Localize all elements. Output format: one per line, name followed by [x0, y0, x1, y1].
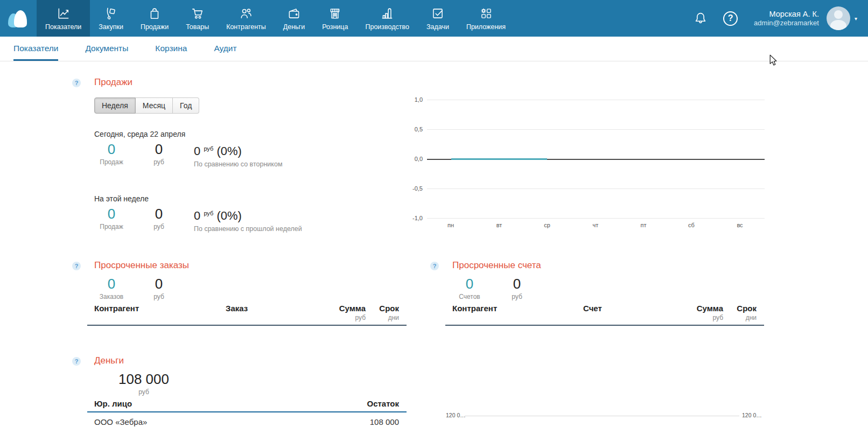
- tab-audit[interactable]: Аудит: [214, 37, 236, 61]
- tab-indicators[interactable]: Показатели: [13, 37, 58, 61]
- stat-orders-count: 0 Заказов: [94, 276, 129, 300]
- nav-item-tasks[interactable]: Задачи: [418, 0, 458, 37]
- user-account: admin@zebramarket: [754, 19, 819, 27]
- wallet-icon: [287, 6, 301, 20]
- entity-name: ООО «Зебра»: [94, 417, 370, 426]
- stat-week-count: 0 Продаж: [94, 206, 129, 230]
- tab-documents[interactable]: Документы: [85, 37, 128, 61]
- sales-section-title[interactable]: Продажи: [94, 77, 132, 88]
- stat-week-amount: 0 руб: [142, 206, 176, 230]
- overdue-invoices-title[interactable]: Просроченные счета: [452, 260, 541, 271]
- topbar: Показатели Закупки Продажи: [0, 0, 868, 37]
- gridline: [427, 129, 765, 130]
- user-name: Морская А. К.: [754, 9, 819, 19]
- tabbar: Показатели Документы Корзина Аудит: [0, 37, 868, 61]
- tab-recycle-bin[interactable]: Корзина: [155, 37, 187, 61]
- nav-item-goods[interactable]: Товары: [177, 0, 218, 37]
- stat-orders-amount: 0 руб: [142, 276, 176, 300]
- money-help-icon[interactable]: ?: [72, 357, 81, 366]
- nav-item-retail[interactable]: Розница: [313, 0, 356, 37]
- overdue-orders-title[interactable]: Просроченные заказы: [94, 260, 189, 271]
- col-counterparty: Контрагент: [452, 304, 583, 313]
- nav-item-money[interactable]: Деньги: [275, 0, 313, 37]
- col-term: Срок дни: [366, 304, 399, 321]
- stat-sales-amount: 0 руб: [142, 142, 176, 166]
- overdue-invoices-table: Контрагент Счет Сумма руб Срок дни: [445, 304, 764, 326]
- user-menu[interactable]: Морская А. К. admin@zebramarket: [754, 9, 819, 27]
- col-legal-entity: Юр. лицо: [94, 399, 367, 408]
- gridline: [427, 188, 765, 189]
- avatar[interactable]: [827, 6, 850, 30]
- gridline: [465, 416, 739, 416]
- people-icon: [239, 6, 253, 20]
- shopping-cart-icon: [191, 6, 205, 20]
- stat-invoices-amount: 0 руб: [500, 276, 534, 300]
- period-year-button[interactable]: Год: [173, 97, 199, 114]
- col-sum: Сумма руб: [680, 304, 723, 321]
- sales-week-heading: На этой неделе: [94, 194, 149, 203]
- nav-item-label: Закупки: [99, 23, 123, 31]
- nav-item-label: Товары: [186, 23, 209, 31]
- nav-item-label: Продажи: [141, 23, 169, 31]
- nav-item-label: Производство: [365, 23, 409, 31]
- shopping-bag-icon: [148, 6, 162, 20]
- sales-week-stats: 0 Продаж 0 руб 0 руб (0%) По сравнению с…: [94, 206, 302, 233]
- nav-item-indicators[interactable]: Показатели: [37, 0, 90, 37]
- money-table: Юр. лицо Остаток ООО «Зебра» 108 000: [87, 399, 407, 426]
- table-row[interactable]: ООО «Зебра» 108 000: [87, 412, 407, 426]
- period-month-button[interactable]: Месяц: [136, 97, 173, 114]
- sales-help-icon[interactable]: ?: [72, 79, 81, 87]
- hand-truck-icon: [104, 6, 118, 20]
- sales-period-switch: Неделя Месяц Год: [94, 97, 199, 114]
- overdue-invoices-stats: 0 Счетов 0 руб: [452, 276, 534, 300]
- chart-line-icon: [57, 6, 71, 20]
- table-header-rule: [445, 325, 764, 326]
- nav-item-label: Розница: [322, 23, 348, 31]
- nav-item-label: Деньги: [283, 23, 305, 31]
- checkbox-check-icon: [431, 6, 445, 20]
- nav-item-sales[interactable]: Продажи: [132, 0, 177, 37]
- nav-item-label: Задачи: [426, 23, 449, 31]
- notifications-bell-icon[interactable]: [693, 11, 708, 26]
- nav-item-production[interactable]: Производство: [356, 0, 418, 37]
- dashboard: ? Продажи Неделя Месяц Год Сегодня, сред…: [0, 62, 868, 434]
- sales-today-heading: Сегодня, среда 22 апреля: [94, 130, 185, 138]
- mouse-cursor: [769, 54, 778, 66]
- overdue-invoices-help-icon[interactable]: ?: [430, 262, 439, 270]
- col-balance: Остаток: [367, 399, 399, 408]
- table-header-rule: [87, 325, 407, 326]
- bar-chart-icon: [380, 6, 394, 20]
- main-nav: Показатели Закупки Продажи: [37, 0, 514, 37]
- sales-today-stats: 0 Продаж 0 руб 0 руб (0%) По сравнению с…: [94, 142, 283, 168]
- nav-item-counterparties[interactable]: Контрагенты: [218, 0, 275, 37]
- current-week-series-line: [451, 158, 547, 160]
- nav-item-apps[interactable]: Приложения: [458, 0, 514, 37]
- storefront-icon: [328, 6, 342, 20]
- logo-peak-right-icon: [14, 10, 27, 27]
- chevron-down-icon[interactable]: ▾: [855, 16, 857, 22]
- help-question-icon[interactable]: ?: [723, 11, 738, 26]
- col-counterparty: Контрагент: [94, 304, 226, 313]
- gridline: [427, 218, 765, 219]
- stat-week-delta: 0 руб (0%) По сравнению с прошлой неделе…: [194, 206, 302, 233]
- stat-sales-delta: 0 руб (0%) По сравнению со вторником: [194, 142, 283, 168]
- gridline: [427, 100, 765, 100]
- overdue-orders-stats: 0 Заказов 0 руб: [94, 276, 176, 300]
- avatar-body-icon: [830, 20, 846, 30]
- col-term: Срок дни: [723, 304, 757, 321]
- avatar-head-icon: [834, 10, 843, 19]
- stat-sales-count: 0 Продаж: [94, 142, 129, 166]
- entity-balance: 108 000: [370, 417, 399, 426]
- money-section-title[interactable]: Деньги: [94, 355, 124, 366]
- period-week-button[interactable]: Неделя: [94, 97, 136, 114]
- overdue-orders-help-icon[interactable]: ?: [72, 262, 81, 270]
- money-total: 108 000 руб: [87, 372, 200, 396]
- col-sum: Сумма руб: [323, 304, 366, 321]
- overdue-orders-table: Контрагент Заказ Сумма руб Срок дни: [87, 304, 407, 326]
- apps-gear-icon: [479, 6, 493, 20]
- nav-item-label: Приложения: [466, 23, 506, 31]
- topbar-right: ? Морская А. К. admin@zebramarket ▾: [678, 0, 868, 37]
- nav-item-purchases[interactable]: Закупки: [90, 0, 132, 37]
- nav-item-label: Контрагенты: [226, 23, 266, 31]
- app-logo[interactable]: [0, 0, 37, 37]
